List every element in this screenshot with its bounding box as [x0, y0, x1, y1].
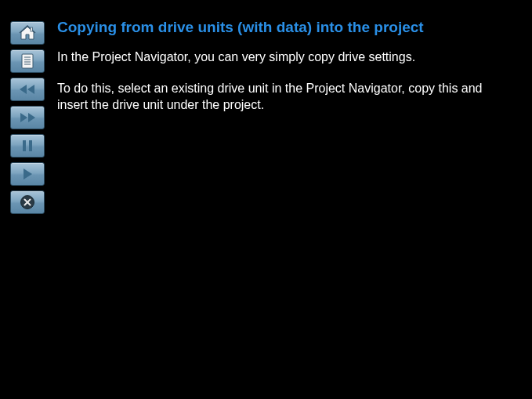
rewind-icon: [18, 83, 37, 96]
forward-button[interactable]: [10, 106, 45, 129]
home-icon: [19, 25, 36, 41]
paragraph: To do this, select an existing drive uni…: [57, 80, 516, 114]
home-button[interactable]: [10, 21, 45, 45]
content-area: Copying from drive units (with data) int…: [57, 19, 516, 128]
close-icon: [20, 194, 35, 210]
contents-button[interactable]: [10, 49, 45, 73]
play-icon: [21, 168, 34, 180]
svg-rect-0: [31, 27, 33, 31]
back-button[interactable]: [10, 78, 45, 101]
page-title: Copying from drive units (with data) int…: [57, 19, 516, 36]
paragraph: In the Project Navigator, you can very s…: [57, 49, 516, 66]
toolbar: [10, 21, 45, 214]
play-button[interactable]: [10, 162, 45, 186]
svg-rect-7: [29, 140, 32, 151]
svg-rect-6: [23, 140, 26, 151]
pause-button[interactable]: [10, 134, 45, 158]
fast-forward-icon: [18, 111, 37, 124]
svg-rect-1: [22, 54, 33, 68]
pause-icon: [22, 140, 33, 152]
close-button[interactable]: [10, 190, 45, 214]
document-icon: [20, 53, 34, 69]
